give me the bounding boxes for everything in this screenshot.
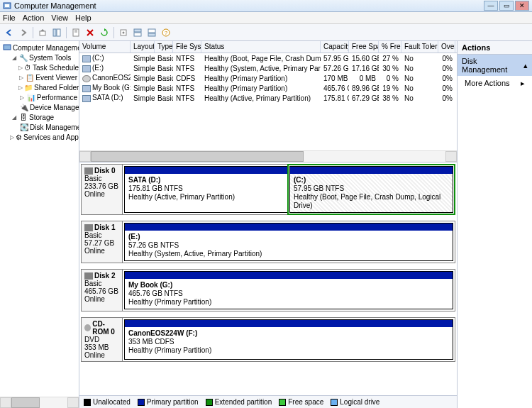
expand-icon[interactable]: ▷ — [10, 133, 14, 141]
disk-info[interactable]: Disk 0Basic233.76 GBOnline — [82, 165, 123, 214]
svg-rect-13 — [148, 33, 155, 36]
disk-icon — [84, 272, 93, 280]
cd-icon — [84, 324, 91, 331]
tree-storage[interactable]: ◢🗄Storage — [0, 112, 79, 122]
partition[interactable]: CanonEOS224W (F:)353 MB CDFSHealthy (Pri… — [124, 319, 453, 360]
svg-rect-2 — [40, 31, 45, 35]
col-overhead[interactable]: Overh — [438, 41, 455, 53]
legend-logical: Logical drive — [331, 398, 379, 406]
col-capacity[interactable]: Capacity — [321, 41, 349, 53]
back-button[interactable] — [3, 26, 16, 39]
disk-block: Disk 0Basic233.76 GBOnlineSATA (D:)175.8… — [81, 164, 455, 215]
scroll-left-button[interactable] — [0, 397, 11, 408]
tree-event-viewer[interactable]: ▷📋Event Viewer — [0, 72, 79, 82]
partition[interactable]: (C:)57.95 GB NTFSHealthy (Boot, Page Fil… — [289, 166, 453, 213]
volume-list: Volume Layout Type File System Status Ca… — [79, 41, 457, 162]
volume-row[interactable]: (C:)SimpleBasicNTFSHealthy (Boot, Page F… — [79, 53, 457, 63]
actions-context[interactable]: Disk Management▴ — [458, 55, 532, 76]
event-icon: 📋 — [26, 73, 34, 82]
properties-button[interactable] — [70, 26, 82, 39]
col-freespace[interactable]: Free Space — [349, 41, 379, 53]
tree-performance[interactable]: ▷📊Performance — [0, 92, 79, 102]
partition-header — [125, 224, 453, 231]
expand-icon[interactable]: ▷ — [18, 84, 23, 92]
disk-info[interactable]: Disk 1Basic57.27 GBOnline — [82, 221, 123, 263]
partition-header — [125, 320, 453, 327]
disk-block: Disk 1Basic57.27 GBOnline(E:)57.26 GB NT… — [81, 221, 455, 263]
menu-view[interactable]: View — [51, 13, 68, 22]
scroll-right-button[interactable] — [67, 397, 79, 408]
tree-system-tools[interactable]: ◢ 🔧 System Tools — [0, 53, 79, 62]
view-top-button[interactable] — [131, 26, 144, 39]
partition[interactable]: SATA (D:)175.81 GB NTFSHealthy (Active, … — [124, 166, 288, 213]
collapse-icon[interactable]: ◢ — [10, 54, 18, 62]
legend-extended: Extended partition — [206, 398, 272, 406]
menu-action[interactable]: Action — [23, 13, 45, 22]
svg-rect-10 — [134, 29, 141, 32]
disk-block: Disk 2Basic465.76 GBOnlineMy Book (G:)46… — [81, 269, 455, 311]
more-actions[interactable]: More Actions▸ — [458, 76, 532, 91]
disk-info[interactable]: CD-ROM 0DVD353 MBOnline — [82, 318, 123, 361]
svg-rect-1 — [5, 4, 9, 7]
maximize-button[interactable]: ▭ — [499, 1, 514, 11]
window-title: Computer Management — [14, 1, 484, 10]
menu-file[interactable]: File — [3, 13, 16, 22]
forward-button[interactable] — [17, 26, 30, 39]
folder-icon: 📁 — [24, 83, 33, 92]
volume-row[interactable]: (E:)SimpleBasicNTFSHealthy (System, Acti… — [79, 63, 457, 73]
legend-primary: Primary partition — [138, 398, 199, 406]
help-button[interactable]: ? — [160, 26, 172, 39]
col-status[interactable]: Status — [201, 41, 321, 53]
tree-scrollbar[interactable] — [0, 397, 79, 408]
disk-block: CD-ROM 0DVD353 MBOnlineCanonEOS224W (F:)… — [81, 317, 455, 362]
tree-disk-management[interactable]: 💽Disk Management — [0, 122, 79, 132]
tree-services[interactable]: ▷⚙Services and Applications — [0, 132, 79, 142]
disk-icon: 💽 — [20, 123, 28, 131]
disk-graphical-view: Disk 0Basic233.76 GBOnlineSATA (D:)175.8… — [79, 162, 457, 395]
view-bottom-button[interactable] — [145, 26, 158, 39]
expand-icon[interactable]: ▷ — [18, 74, 24, 82]
settings-button[interactable] — [117, 26, 130, 39]
expand-icon[interactable]: ▷ — [18, 64, 23, 72]
volume-row[interactable]: CanonEOS224W (F:)SimpleBasicCDFSHealthy … — [79, 73, 457, 83]
disk-icon — [84, 167, 93, 175]
svg-rect-11 — [134, 33, 141, 36]
close-button[interactable]: ✕ — [515, 1, 529, 11]
refresh-button[interactable] — [98, 26, 111, 39]
col-filesystem[interactable]: File System — [173, 41, 201, 53]
disk-info[interactable]: Disk 2Basic465.76 GBOnline — [82, 270, 123, 311]
tree-task-scheduler[interactable]: ▷⏱Task Scheduler — [0, 62, 79, 72]
up-button[interactable] — [36, 26, 49, 39]
scroll-thumb[interactable] — [11, 397, 40, 408]
tree-device-manager[interactable]: 🔌Device Manager — [0, 102, 79, 112]
volume-scrollbar[interactable] — [79, 150, 457, 162]
partition-header — [125, 167, 287, 174]
scroll-right-button[interactable] — [445, 151, 457, 162]
partition[interactable]: My Book (G:)465.76 GB NTFSHealthy (Prima… — [124, 271, 453, 309]
tree-shared-folders[interactable]: ▷📁Shared Folders — [0, 82, 79, 92]
perf-icon: 📊 — [27, 93, 35, 101]
minimize-button[interactable]: — — [484, 1, 498, 11]
drive-icon — [82, 85, 91, 92]
volume-header-row: Volume Layout Type File System Status Ca… — [79, 41, 457, 53]
clock-icon: ⏱ — [24, 63, 31, 72]
show-hide-tree-button[interactable] — [50, 26, 63, 39]
delete-button[interactable] — [84, 26, 96, 39]
volume-row[interactable]: My Book (G:)SimpleBasicNTFSHealthy (Prim… — [79, 83, 457, 93]
partition[interactable]: (E:)57.26 GB NTFSHealthy (System, Active… — [124, 223, 453, 261]
svg-rect-4 — [57, 29, 60, 36]
col-pctfree[interactable]: % Free — [379, 41, 401, 53]
tree-root[interactable]: Computer Management (Local — [0, 43, 79, 53]
col-type[interactable]: Type — [155, 41, 173, 53]
volume-row[interactable]: SATA (D:)SimpleBasicNTFSHealthy (Active,… — [79, 93, 457, 103]
dropdown-icon: ▴ — [523, 61, 528, 70]
scroll-left-button[interactable] — [79, 151, 91, 162]
scroll-thumb[interactable] — [91, 151, 304, 162]
svg-point-9 — [123, 31, 125, 33]
col-layout[interactable]: Layout — [131, 41, 155, 53]
col-volume[interactable]: Volume — [79, 41, 131, 53]
col-fault[interactable]: Fault Tolerance — [401, 41, 438, 53]
expand-icon[interactable]: ▷ — [18, 94, 26, 101]
menu-help[interactable]: Help — [75, 13, 92, 22]
collapse-icon[interactable]: ◢ — [10, 114, 18, 121]
